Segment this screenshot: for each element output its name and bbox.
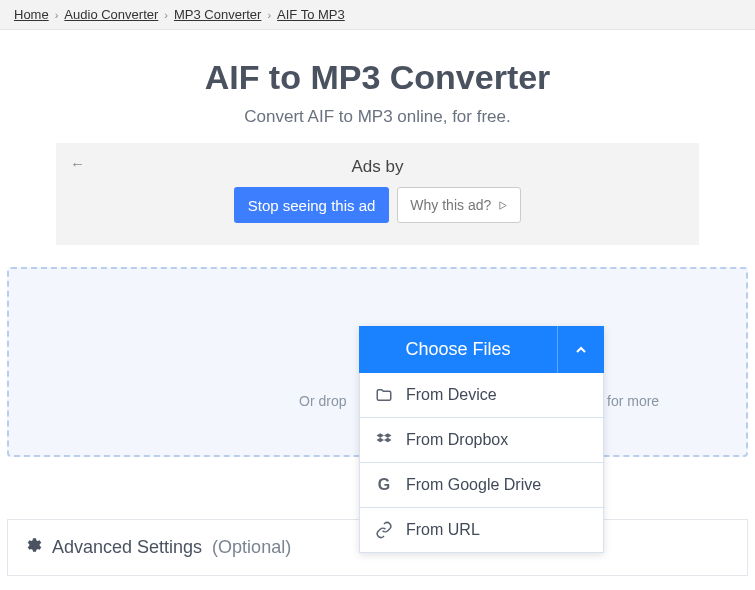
breadcrumb-home[interactable]: Home	[14, 7, 49, 22]
arrow-left-icon[interactable]: ←	[70, 155, 85, 172]
breadcrumb-audio-converter[interactable]: Audio Converter	[64, 7, 158, 22]
chevron-up-icon	[573, 342, 589, 358]
drop-hint-left: Or drop	[299, 393, 346, 409]
from-device-label: From Device	[406, 386, 497, 404]
dropbox-icon	[374, 431, 394, 449]
chevron-right-icon: ›	[267, 9, 271, 21]
breadcrumb: Home › Audio Converter › MP3 Converter ›…	[0, 0, 755, 30]
folder-icon	[374, 386, 394, 404]
chevron-right-icon: ›	[164, 9, 168, 21]
from-dropbox-item[interactable]: From Dropbox	[359, 418, 604, 463]
chevron-right-icon: ›	[55, 9, 59, 21]
choose-files-button[interactable]: Choose Files	[359, 326, 558, 373]
from-dropbox-label: From Dropbox	[406, 431, 508, 449]
link-icon	[374, 521, 394, 539]
gear-icon	[24, 536, 42, 559]
hero: AIF to MP3 Converter Convert AIF to MP3 …	[0, 30, 755, 143]
choose-files-toggle[interactable]	[558, 326, 604, 373]
page-title: AIF to MP3 Converter	[0, 58, 755, 97]
adchoices-icon	[497, 200, 508, 211]
drop-hint-right: for more	[607, 393, 659, 409]
why-this-ad-button[interactable]: Why this ad?	[397, 187, 521, 223]
from-device-item[interactable]: From Device	[359, 373, 604, 418]
breadcrumb-mp3-converter[interactable]: MP3 Converter	[174, 7, 261, 22]
ad-label: Ads by	[66, 157, 689, 177]
from-google-drive-label: From Google Drive	[406, 476, 541, 494]
file-dropzone[interactable]: Or drop for more Choose Files From Devic…	[7, 267, 748, 457]
google-icon: G	[374, 476, 394, 494]
why-this-ad-label: Why this ad?	[410, 197, 491, 213]
choose-files-menu: Choose Files From Device From Dropbox G …	[359, 326, 604, 553]
from-url-item[interactable]: From URL	[359, 508, 604, 553]
stop-seeing-ad-button[interactable]: Stop seeing this ad	[234, 187, 390, 223]
ad-banner: ← Ads by Stop seeing this ad Why this ad…	[56, 143, 699, 245]
page-subtitle: Convert AIF to MP3 online, for free.	[0, 107, 755, 127]
from-google-drive-item[interactable]: G From Google Drive	[359, 463, 604, 508]
advanced-settings-label: Advanced Settings	[52, 537, 202, 558]
breadcrumb-aif-to-mp3[interactable]: AIF To MP3	[277, 7, 345, 22]
advanced-settings-optional: (Optional)	[212, 537, 291, 558]
from-url-label: From URL	[406, 521, 480, 539]
